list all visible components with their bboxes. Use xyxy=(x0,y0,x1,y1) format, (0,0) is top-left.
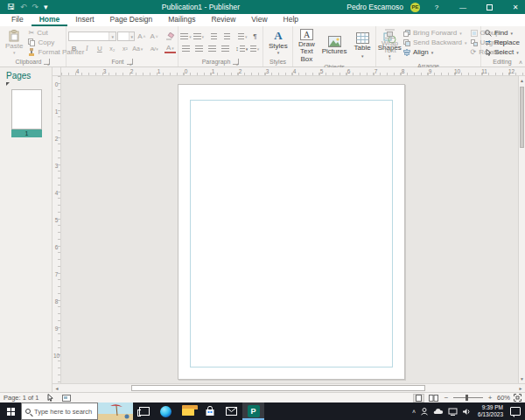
bring-forward-button[interactable]: Bring Forward▾ xyxy=(402,28,469,38)
align-left-button[interactable] xyxy=(180,44,192,54)
edge-browser-button[interactable] xyxy=(155,402,177,420)
horizontal-scroll-thumb[interactable] xyxy=(131,385,425,391)
file-explorer-button[interactable] xyxy=(177,402,199,420)
paste-button[interactable]: Paste▾ xyxy=(2,28,26,57)
font-size-combobox[interactable]: ▾ xyxy=(117,32,135,41)
ribbon-tab[interactable]: View xyxy=(243,13,275,26)
minimize-button[interactable]: — xyxy=(453,0,472,14)
collapse-ribbon-icon[interactable]: ˄ xyxy=(519,60,522,66)
mail-button[interactable] xyxy=(220,402,242,420)
zoom-level[interactable]: 60% xyxy=(497,394,510,402)
zoom-slider[interactable] xyxy=(453,397,483,398)
font-name-combobox[interactable]: ▾ xyxy=(68,32,116,41)
collapse-pages-panel-icon[interactable] xyxy=(6,82,10,86)
columns-button[interactable]: ▾ xyxy=(237,32,248,42)
page-thumbnail-number[interactable]: 1 xyxy=(11,130,42,137)
people-icon[interactable] xyxy=(420,407,429,416)
vertical-scrollbar[interactable]: ▲ ▼ xyxy=(518,76,525,383)
clipboard-dialog-launcher-icon[interactable] xyxy=(44,59,50,65)
increase-indent-button[interactable] xyxy=(221,32,233,42)
account-name[interactable]: Pedro Escamoso xyxy=(346,3,403,11)
find-button[interactable]: Find▾ xyxy=(483,28,522,38)
vertical-ruler[interactable]: 012345678910 xyxy=(52,76,61,383)
canvas[interactable] xyxy=(61,76,518,383)
close-button[interactable]: ✕ xyxy=(506,0,525,14)
draw-text-box-button[interactable]: A Draw Text Box xyxy=(295,28,318,64)
network-icon[interactable] xyxy=(448,408,458,416)
line-spacing-button[interactable]: ↕▾ xyxy=(235,44,248,54)
zoom-in-button[interactable]: + xyxy=(486,394,494,402)
align-right-button[interactable] xyxy=(206,44,219,54)
horizontal-ruler[interactable]: 43210123456789101112 xyxy=(61,67,525,76)
save-icon[interactable]: 🖫 xyxy=(7,3,15,11)
vertical-scroll-thumb[interactable] xyxy=(520,87,524,148)
font-name-input[interactable] xyxy=(69,32,108,40)
ribbon-tab[interactable]: Help xyxy=(276,13,306,26)
character-spacing-button[interactable]: AV▾ xyxy=(148,44,160,54)
avatar[interactable]: PE xyxy=(410,3,420,12)
change-case-button[interactable]: Aa▾ xyxy=(132,44,144,54)
table-button[interactable]: Table ▾ xyxy=(351,28,374,64)
scroll-down-icon[interactable]: ▼ xyxy=(519,374,525,383)
scroll-left-icon[interactable]: ◄ xyxy=(52,384,61,392)
volume-icon[interactable] xyxy=(462,408,471,416)
ribbon-tab[interactable]: Insert xyxy=(67,13,102,26)
ribbon-tab[interactable]: Mailings xyxy=(160,13,203,26)
zoom-slider-thumb[interactable] xyxy=(466,395,468,401)
taskbar-search[interactable]: Type here to search xyxy=(21,402,98,420)
shrink-font-button[interactable]: A˅ xyxy=(148,32,159,42)
subscript-button[interactable]: x₂ xyxy=(107,44,119,54)
justify-button[interactable] xyxy=(219,44,231,54)
onedrive-icon[interactable] xyxy=(433,408,444,415)
task-view-button[interactable] xyxy=(133,402,155,420)
page-indicator[interactable]: Page: 1 of 1 xyxy=(4,394,38,402)
borders-button[interactable]: ▾ xyxy=(248,44,261,54)
replace-button[interactable]: Replace xyxy=(483,38,522,47)
paragraph-dialog-launcher-icon[interactable] xyxy=(233,59,239,65)
bold-button[interactable]: B xyxy=(68,44,80,54)
zoom-out-button[interactable]: − xyxy=(443,394,450,402)
scroll-up-icon[interactable]: ▲ xyxy=(519,76,525,85)
tray-chevron-icon[interactable]: ˄ xyxy=(412,409,416,415)
ribbon-tab[interactable]: Home xyxy=(32,13,68,26)
numbering-button[interactable]: ▾ xyxy=(192,32,204,42)
underline-button[interactable]: U xyxy=(94,44,106,54)
action-center-icon[interactable] xyxy=(510,407,521,416)
news-widget-thumbnail[interactable] xyxy=(98,402,133,420)
decrease-indent-button[interactable] xyxy=(208,32,220,42)
page-thumbnail[interactable] xyxy=(11,89,42,130)
help-button[interactable]: ? xyxy=(427,0,446,14)
ribbon-tab[interactable]: File xyxy=(4,13,32,26)
horizontal-scrollbar[interactable]: ◄ ► xyxy=(52,383,525,392)
send-backward-button[interactable]: Send Backward▾ xyxy=(402,38,469,47)
start-button[interactable] xyxy=(0,402,21,420)
ribbon-tab[interactable]: Page Design xyxy=(102,13,161,26)
align-center-button[interactable] xyxy=(193,44,206,54)
align-button[interactable]: Align▾ xyxy=(402,47,469,57)
italic-button[interactable]: I xyxy=(81,44,94,54)
store-button[interactable] xyxy=(199,402,220,420)
two-page-view-button[interactable] xyxy=(428,394,439,402)
font-size-input[interactable] xyxy=(118,32,129,40)
font-color-button[interactable]: A▾ xyxy=(164,44,177,53)
ribbon-tab[interactable]: Review xyxy=(203,13,243,26)
single-page-view-button[interactable] xyxy=(413,394,424,402)
taskbar-clock[interactable]: 9:39 PM 6/13/2023 xyxy=(475,404,506,419)
styles-button[interactable]: A Styles▾ xyxy=(265,28,291,57)
grow-font-button[interactable]: A˄ xyxy=(136,32,147,42)
restore-button[interactable] xyxy=(480,0,499,14)
undo-icon[interactable]: ↶ xyxy=(20,3,27,11)
bullets-button[interactable]: ▾ xyxy=(180,32,192,42)
wrap-text-button[interactable]: WrapText ▾ xyxy=(378,28,402,63)
customize-qat-icon[interactable]: ▾ xyxy=(44,3,48,11)
pictures-button[interactable]: Pictures xyxy=(318,28,351,64)
superscript-button[interactable]: x² xyxy=(119,44,131,54)
publisher-app-button[interactable]: P xyxy=(242,402,264,420)
publication-page[interactable] xyxy=(178,84,405,380)
scroll-right-icon[interactable]: ► xyxy=(516,384,525,392)
redo-icon[interactable]: ↷ xyxy=(32,3,39,11)
special-characters-button[interactable]: ¶ xyxy=(249,32,261,42)
select-button[interactable]: Select▾ xyxy=(483,47,522,57)
clear-formatting-button[interactable] xyxy=(164,32,176,42)
fit-page-icon[interactable] xyxy=(514,394,522,402)
